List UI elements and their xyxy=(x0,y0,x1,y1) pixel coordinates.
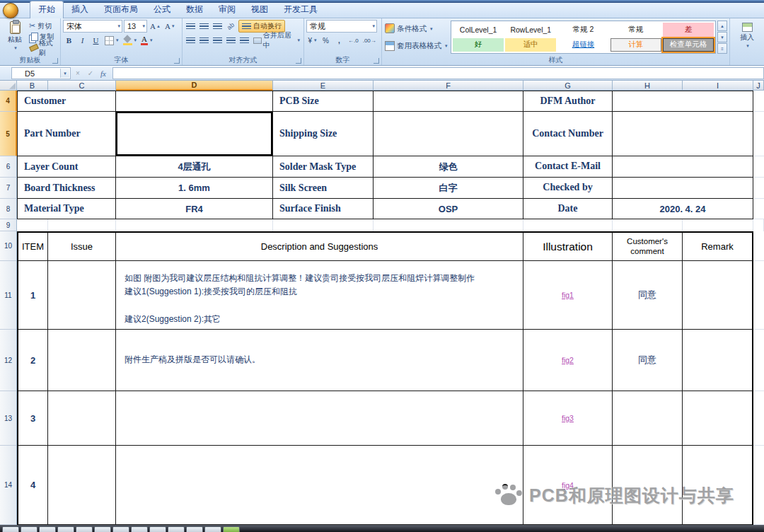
dialog-launcher-icon[interactable] xyxy=(174,58,180,64)
tab-developer[interactable]: 开发工具 xyxy=(276,1,325,18)
issue-header-remark[interactable]: Remark xyxy=(683,231,753,261)
underline-button[interactable]: U xyxy=(90,34,102,47)
conditional-formatting-button[interactable]: 条件格式▾ xyxy=(384,21,449,36)
empty-cell[interactable] xyxy=(273,219,374,231)
borders-button[interactable]: ▾ xyxy=(103,34,120,47)
format-painter-button[interactable]: 格式刷 xyxy=(29,42,58,54)
align-left-button[interactable] xyxy=(185,34,197,47)
issue-4-comment[interactable] xyxy=(613,446,683,525)
row-header-14[interactable]: 14 xyxy=(0,446,17,525)
figure-link-1[interactable]: fig1 xyxy=(562,291,574,299)
enter-button[interactable]: ✓ xyxy=(85,68,96,79)
issue-3-issue[interactable] xyxy=(48,391,116,446)
empty-cell[interactable] xyxy=(753,446,764,525)
cell-style-neutral[interactable]: 适中 xyxy=(505,38,556,52)
empty-cell[interactable] xyxy=(523,219,613,231)
empty-cell[interactable] xyxy=(753,261,764,330)
info-label-contact-number[interactable]: Contact Number xyxy=(523,112,613,156)
empty-cell[interactable] xyxy=(374,219,523,231)
figure-link-3[interactable]: fig3 xyxy=(562,414,574,422)
decrease-decimal-button[interactable]: .00→ xyxy=(361,34,378,47)
empty-cell[interactable] xyxy=(753,391,764,446)
formula-input[interactable] xyxy=(112,67,764,79)
number-format-select[interactable]: 常规▾ xyxy=(306,20,377,33)
align-middle-button[interactable] xyxy=(198,20,210,33)
sheet-tab[interactable] xyxy=(204,526,221,532)
issue-header-comment[interactable]: Customer's comment xyxy=(613,231,683,261)
empty-cell[interactable] xyxy=(17,219,48,231)
name-box[interactable]: D5▾ xyxy=(11,67,71,79)
row-header-12[interactable]: 12 xyxy=(0,330,17,391)
cell-style-normal[interactable]: 常规 xyxy=(610,23,661,37)
info-value-solder-mask[interactable]: 绿色 xyxy=(374,156,523,178)
row-header-6[interactable]: 6 xyxy=(0,156,17,178)
empty-cell[interactable] xyxy=(753,231,764,261)
info-value-contact-email[interactable] xyxy=(613,156,753,178)
align-bottom-button[interactable] xyxy=(212,20,224,33)
issue-header-illustration[interactable]: Illustration xyxy=(523,231,613,261)
column-header-g[interactable]: G xyxy=(523,81,613,91)
cut-button[interactable]: ✂剪切 xyxy=(29,21,58,32)
cell-style-hyperlink[interactable]: 超链接 xyxy=(557,38,608,52)
figure-link-2[interactable]: fig2 xyxy=(562,356,574,364)
info-label-board-thickness[interactable]: Board Thickness xyxy=(17,178,116,199)
issue-1-comment[interactable]: 同意 xyxy=(613,261,683,330)
fill-color-button[interactable]: ▾ xyxy=(122,34,139,47)
cell-style-normal-2[interactable]: 常规 2 xyxy=(557,23,608,37)
info-value-silk-screen[interactable]: 白字 xyxy=(374,178,523,199)
info-value-checked-by[interactable] xyxy=(613,178,753,199)
cell-style-rowlevel[interactable]: RowLevel_1 xyxy=(505,23,556,37)
tab-page-layout[interactable]: 页面布局 xyxy=(96,1,146,18)
info-value-date[interactable]: 2020. 4. 24 xyxy=(613,199,753,219)
info-label-checked-by[interactable]: Checked by xyxy=(523,178,613,199)
cell-style-calculation[interactable]: 计算 xyxy=(610,38,661,52)
chevron-down-icon[interactable]: ▾ xyxy=(60,69,69,78)
info-label-pcb-size[interactable]: PCB Size xyxy=(273,91,374,112)
issue-header-description[interactable]: Description and Suggestions xyxy=(116,231,523,261)
info-label-contact-email[interactable]: Contact E-Mail xyxy=(523,156,613,178)
issue-header-item[interactable]: ITEM xyxy=(17,231,48,261)
orientation-button[interactable]: ab xyxy=(225,20,237,33)
info-label-shipping-size[interactable]: Shipping Size xyxy=(273,112,374,156)
info-label-silk-screen[interactable]: Silk Screen xyxy=(273,178,374,199)
font-name-select[interactable]: 宋体▾ xyxy=(63,20,122,33)
row-header-9[interactable]: 9 xyxy=(0,219,17,231)
select-all-corner[interactable] xyxy=(0,81,17,91)
sheet-tab[interactable] xyxy=(149,526,166,532)
cell-style-bad[interactable]: 差 xyxy=(663,23,714,37)
insert-function-button[interactable]: fx xyxy=(98,68,109,79)
issue-2-remark[interactable] xyxy=(683,330,753,391)
font-size-select[interactable]: 13▾ xyxy=(124,20,147,33)
info-value-customer[interactable] xyxy=(116,91,273,112)
info-value-layer-count[interactable]: 4层通孔 xyxy=(116,156,273,178)
shrink-font-button[interactable]: A▼ xyxy=(163,20,177,33)
issue-3-item[interactable]: 3 xyxy=(17,391,48,446)
cell-style-collevel[interactable]: ColLevel_1 xyxy=(453,23,504,37)
issue-3-remark[interactable] xyxy=(683,391,753,446)
issue-3-comment[interactable] xyxy=(613,391,683,446)
empty-cell[interactable] xyxy=(613,219,683,231)
info-value-dfm-author[interactable] xyxy=(613,91,753,112)
increase-decimal-button[interactable]: ←.0 xyxy=(347,34,360,47)
tab-formulas[interactable]: 公式 xyxy=(146,1,178,18)
tab-review[interactable]: 审阅 xyxy=(211,1,243,18)
sheet-tab[interactable] xyxy=(2,526,19,532)
cancel-button[interactable]: × xyxy=(72,68,83,79)
issue-2-item[interactable]: 2 xyxy=(17,330,48,391)
sheet-tab[interactable] xyxy=(131,526,148,532)
column-header-h[interactable]: H xyxy=(613,81,683,91)
tab-view[interactable]: 视图 xyxy=(243,1,276,18)
issue-3-figure-cell[interactable]: fig3 xyxy=(523,391,613,446)
issue-3-description[interactable] xyxy=(116,391,523,446)
sheet-tab[interactable] xyxy=(112,526,129,532)
info-label-customer[interactable]: Customer xyxy=(17,91,116,112)
info-value-surface-finish[interactable]: OSP xyxy=(374,199,523,219)
insert-cells-button[interactable]: 插入 ▾ xyxy=(732,20,762,49)
column-header-e[interactable]: E xyxy=(273,81,374,91)
sheet-tab[interactable] xyxy=(57,526,74,532)
empty-cell[interactable] xyxy=(753,91,764,112)
issue-1-remark[interactable] xyxy=(683,261,753,330)
issue-2-comment[interactable]: 同意 xyxy=(613,330,683,391)
issue-2-figure-cell[interactable]: fig2 xyxy=(523,330,613,391)
row-header-13[interactable]: 13 xyxy=(0,391,17,446)
